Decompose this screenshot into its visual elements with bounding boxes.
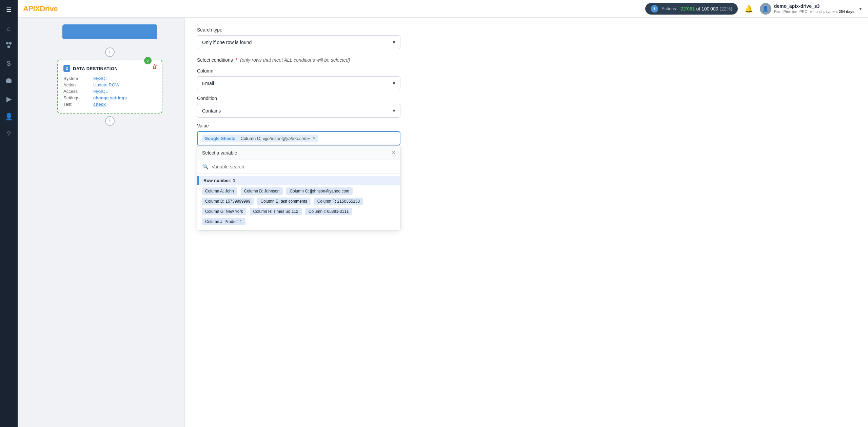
blue-bar — [62, 24, 157, 39]
card-row-access: Access MySQL — [63, 89, 156, 94]
conditions-hint: (only rows that meet ALL conditions will… — [240, 57, 350, 63]
settings-link[interactable]: change settings — [93, 95, 156, 100]
variable-search-input[interactable] — [212, 164, 395, 169]
plus-circle-bottom[interactable]: + — [105, 116, 115, 126]
value-tag: Google Sheets | Column C: «jjohnson@yaho… — [202, 135, 318, 142]
list-item[interactable]: Column G: New York — [202, 208, 246, 215]
test-label: Test — [63, 102, 91, 107]
access-label: Access — [63, 89, 91, 94]
briefcase-icon[interactable] — [2, 74, 16, 89]
info-icon[interactable]: i — [651, 5, 658, 13]
conditions-label: Select conditions * (only rows that meet… — [197, 57, 856, 63]
actions-badge: i Actions: 22'061 of 100'000 (22%) — [645, 3, 738, 15]
required-marker: * — [236, 57, 237, 63]
tag-source: Google Sheets — [204, 136, 235, 141]
system-value: MySQL — [93, 76, 156, 81]
avatar: 👤 — [760, 3, 771, 15]
card-header: 2 DATA DESTINATION — [63, 65, 156, 72]
youtube-icon[interactable]: ▶ — [2, 92, 16, 106]
actions-count: 22'061 of 100'000 (22%) — [680, 6, 732, 12]
access-value: MySQL — [93, 89, 156, 94]
logo-drive: Drive — [40, 4, 58, 13]
variable-chips-row: Column A: John Column B: Johnson Column … — [197, 185, 400, 227]
system-label: System — [63, 76, 91, 81]
variable-section-header: Row number: 1 — [197, 176, 400, 185]
hamburger-menu[interactable]: ☰ — [4, 4, 14, 16]
left-panel: + ✓ 🗑 2 DATA DESTINATION System MySQL Ac… — [35, 18, 184, 427]
user-icon[interactable]: 👤 — [2, 109, 16, 124]
card-row-action: Action Update ROW — [63, 82, 156, 87]
sidebar: ☰ ⌂ $ ▶ 👤 ? — [0, 0, 18, 427]
card-row-settings: Settings change settings — [63, 95, 156, 100]
value-input[interactable]: Google Sheets | Column C: «jjohnson@yaho… — [197, 131, 400, 145]
user-area[interactable]: 👤 demo_apix-drive_s3 Plan |Premium PRO| … — [760, 3, 863, 15]
card-check-icon: ✓ — [144, 57, 152, 64]
column-value: Email — [202, 81, 214, 86]
user-info: demo_apix-drive_s3 Plan |Premium PRO| le… — [774, 3, 854, 14]
search-icon: 🔍 — [202, 163, 209, 170]
svg-rect-0 — [6, 42, 8, 44]
home-icon[interactable]: ⌂ — [2, 21, 16, 36]
variable-dropdown-title: Select a variable — [202, 150, 237, 156]
column-select[interactable]: Email ▾ — [197, 76, 400, 90]
diagram-icon[interactable] — [2, 38, 16, 54]
svg-rect-2 — [7, 46, 10, 48]
condition-select[interactable]: Contains ▾ — [197, 104, 400, 118]
main: + ✓ 🗑 2 DATA DESTINATION System MySQL Ac… — [35, 18, 868, 427]
card-row-test: Test check — [63, 102, 156, 107]
column-label: Column — [197, 68, 856, 74]
list-item[interactable]: Column D: 15739999999 — [202, 198, 254, 205]
svg-rect-1 — [9, 42, 12, 44]
chevron-down-icon: ▾ — [393, 80, 395, 86]
user-plan: Plan |Premium PRO| left until payment 25… — [774, 9, 854, 14]
condition-label: Condition — [197, 96, 856, 101]
logo-api: API — [23, 4, 35, 13]
logo-x: X — [35, 4, 40, 13]
action-label: Action — [63, 82, 91, 87]
select-conditions-section: Select conditions * (only rows that meet… — [197, 57, 856, 230]
test-link[interactable]: check — [93, 102, 156, 107]
user-name: demo_apix-drive_s3 — [774, 3, 854, 9]
data-destination-card: ✓ 🗑 2 DATA DESTINATION System MySQL Acti… — [57, 60, 162, 114]
card-title: DATA DESTINATION — [73, 66, 156, 71]
value-label: Value — [197, 123, 856, 128]
question-icon[interactable]: ? — [2, 127, 16, 141]
tag-close-icon[interactable]: × — [313, 136, 316, 141]
header: APIXDrive i Actions: 22'061 of 100'000 (… — [18, 0, 868, 18]
bell-icon[interactable]: 🔔 — [742, 2, 756, 16]
list-item[interactable]: Column H: Times Sq 112 — [250, 208, 301, 215]
card-row-system: System MySQL — [63, 76, 156, 81]
variable-dropdown-close[interactable]: × — [392, 149, 395, 156]
list-item[interactable]: Column E: test comments — [257, 198, 310, 205]
condition-value: Contains — [202, 108, 221, 114]
variable-search[interactable]: 🔍 — [197, 160, 400, 174]
variable-list: Row number: 1 Column A: John Column B: J… — [197, 174, 400, 230]
action-value: Update ROW — [93, 82, 156, 87]
variable-dropdown-header: Select a variable × — [197, 146, 400, 160]
settings-label: Settings — [63, 95, 91, 100]
list-item[interactable]: Column B: Johnson — [241, 187, 283, 195]
search-type-value: Only if one row is found — [202, 40, 252, 45]
dollar-icon[interactable]: $ — [2, 56, 16, 71]
list-item[interactable]: Column A: John — [202, 187, 237, 195]
chevron-down-icon: ▼ — [859, 6, 863, 11]
chevron-down-icon: ▾ — [393, 107, 395, 114]
card-number: 2 — [63, 65, 70, 72]
logo: APIXDrive — [23, 4, 58, 13]
right-panel: Search type Only if one row is found ▾ S… — [184, 18, 868, 427]
list-item[interactable]: Column J: Product 1 — [202, 218, 245, 225]
list-item[interactable]: Column C: jjohnson@yahoo.com — [286, 187, 353, 195]
actions-label: Actions: — [662, 6, 677, 11]
plus-circle-top[interactable]: + — [105, 47, 115, 57]
list-item[interactable]: Column I: 65391-3111 — [305, 208, 352, 215]
search-type-select[interactable]: Only if one row is found ▾ — [197, 35, 400, 49]
search-type-label: Search type — [197, 27, 856, 33]
chevron-down-icon: ▾ — [393, 39, 395, 45]
card-delete-icon[interactable]: 🗑 — [152, 64, 158, 70]
search-type-section: Search type Only if one row is found ▾ — [197, 27, 856, 49]
list-item[interactable]: Column F: 2150355158 — [314, 198, 363, 205]
variable-dropdown: Select a variable × 🔍 Row number: 1 Colu… — [197, 145, 400, 230]
